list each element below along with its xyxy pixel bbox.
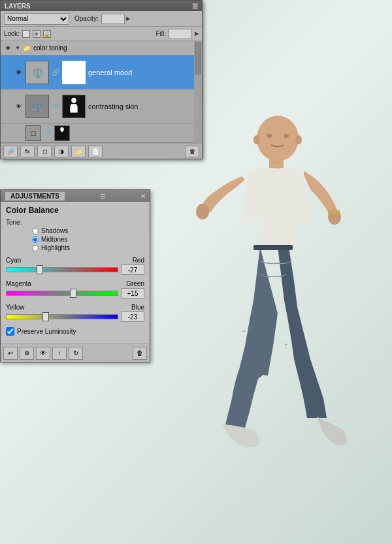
adj-eye-button[interactable]: 👁 <box>36 347 50 360</box>
layer3-mask-thumb <box>54 125 70 141</box>
green-label: Green <box>126 280 144 287</box>
adj-clip-button[interactable]: ↑ <box>52 347 67 360</box>
layer-item-partial[interactable]: 👁 □ 🔗 <box>1 123 202 143</box>
svg-point-10 <box>253 135 260 144</box>
red-label: Red <box>133 257 144 264</box>
link-layers-button[interactable]: 🔗 <box>3 146 18 157</box>
lock-pixel-icon[interactable]: ⬜ <box>22 30 30 38</box>
cyan-red-thumb[interactable] <box>37 265 43 274</box>
svg-rect-4 <box>253 245 293 250</box>
layers-title: LAYERS <box>5 3 31 10</box>
layer-item-contrasting-skin[interactable]: 👁 ⚖️ 🔗 contrasting skin <box>1 89 202 123</box>
lock-move-icon[interactable]: ✛ <box>33 30 41 38</box>
lock-label: Lock: <box>4 30 20 37</box>
layers-panel: LAYERS ☰ Normal Opacity: 100% ▶ Lock: ⬜ … <box>0 0 203 159</box>
fill-arrow[interactable]: ▶ <box>195 31 199 37</box>
fill-label: Fill: <box>155 30 166 37</box>
preserve-row: Preserve Luminosity <box>6 327 144 336</box>
layer-item-general-mood[interactable]: 👁 ⚖️ 🔗 general mood <box>1 56 202 89</box>
adj-delete-button[interactable]: 🗑 <box>133 347 147 360</box>
cyan-red-slider-row: Cyan Red -27 <box>6 257 144 275</box>
opacity-label: Opacity: <box>74 15 99 22</box>
expand-triangle-icon[interactable]: ▼ <box>15 45 20 51</box>
scrollbar-thumb[interactable] <box>195 42 201 74</box>
new-layer-button[interactable]: 📄 <box>88 146 103 157</box>
lock-all-icon[interactable]: 🔒 <box>43 30 51 38</box>
yellow-blue-value[interactable]: -23 <box>121 312 144 322</box>
adj-reset-button[interactable]: ↩ <box>3 347 18 360</box>
eye-icon-layer1[interactable]: 👁 <box>14 68 23 77</box>
yellow-blue-track[interactable] <box>6 314 118 319</box>
radio-highlights-label: Highlights <box>41 244 70 251</box>
preserve-luminosity-label: Preserve Luminosity <box>17 328 76 335</box>
adj-content: Color Balance Tone: Shadows Midtones Hig… <box>1 202 150 344</box>
adj-bottom-toolbar: ↩ ⊕ 👁 ↑ ↻ 🗑 <box>1 344 150 362</box>
svg-rect-5 <box>328 210 340 214</box>
eye-icon-layer2[interactable]: 👁 <box>14 102 23 111</box>
layers-scrollbar[interactable] <box>194 41 202 143</box>
svg-text:✦: ✦ <box>284 342 288 347</box>
layer1-mask-thumb <box>62 61 86 84</box>
layers-menu-icon[interactable]: ☰ <box>192 3 198 10</box>
group-name: color toning <box>33 44 67 52</box>
eye-icon-group[interactable]: 👁 <box>3 44 12 53</box>
yellow-blue-labels: Yellow Blue <box>6 304 144 311</box>
fill-input[interactable]: 100% <box>169 29 192 39</box>
blend-mode-select[interactable]: Normal <box>4 13 69 25</box>
layer2-name: contrasting skin <box>88 103 138 110</box>
add-mask-button[interactable]: ◻ <box>37 146 52 157</box>
radio-midtones[interactable]: Midtones <box>32 236 144 243</box>
radio-midtones-input[interactable] <box>32 236 39 243</box>
adj-tab[interactable]: ADJUSTMENTS <box>5 191 65 200</box>
yellow-blue-slider-row: Yellow Blue -23 <box>6 304 144 322</box>
layers-list: 👁 ▼ 📁 color toning 👁 ⚖️ 🔗 general mood 👁… <box>1 41 202 143</box>
cyan-red-value[interactable]: -27 <box>121 264 144 275</box>
magenta-green-thumb[interactable] <box>70 289 76 298</box>
layer2-adj-icon: ⚖️ <box>25 95 49 118</box>
blue-label: Blue <box>131 304 144 311</box>
magenta-green-labels: Magenta Green <box>6 280 144 287</box>
svg-point-11 <box>295 135 302 144</box>
radio-highlights[interactable]: Highlights <box>32 244 144 251</box>
opacity-arrow[interactable]: ▶ <box>126 16 130 22</box>
magenta-green-track[interactable] <box>6 291 118 296</box>
svg-point-8 <box>267 134 272 138</box>
group-button[interactable]: 📁 <box>71 146 86 157</box>
yellow-blue-container: -23 <box>6 312 144 322</box>
layer1-adj-icon: ⚖️ <box>25 61 49 84</box>
cyan-red-track[interactable] <box>6 267 118 272</box>
adj-refresh-button[interactable]: ↻ <box>69 347 83 360</box>
magenta-green-value[interactable]: +15 <box>121 288 144 298</box>
cyan-label: Cyan <box>6 257 21 264</box>
preserve-luminosity-checkbox[interactable] <box>6 327 14 336</box>
lock-fill-row: Lock: ⬜ ✛ 🔒 Fill: 100% ▶ <box>1 27 202 41</box>
magenta-green-slider-row: Magenta Green +15 <box>6 280 144 298</box>
tone-radio-group: Shadows Midtones Highlights <box>6 227 144 251</box>
layer3-adj-icon: □ <box>25 125 41 141</box>
radio-shadows-input[interactable] <box>32 228 39 234</box>
yellow-blue-thumb[interactable] <box>42 312 49 321</box>
tone-label: Tone: <box>6 219 27 226</box>
adj-title-bar: ADJUSTMENTS ☰ ✕ <box>1 190 150 202</box>
chain-icon-layer2: 🔗 <box>52 103 59 110</box>
adj-target-button[interactable]: ⊕ <box>20 347 34 360</box>
delete-layer-button[interactable]: 🗑 <box>185 146 199 157</box>
magenta-label: Magenta <box>6 280 31 287</box>
layer-group-color-toning[interactable]: 👁 ▼ 📁 color toning <box>1 41 202 56</box>
magenta-green-container: +15 <box>6 288 144 298</box>
layers-bottom-toolbar: 🔗 fx ◻ ◑ 📁 📄 🗑 <box>1 143 202 159</box>
adj-section-title: Color Balance <box>6 206 144 215</box>
radio-highlights-input[interactable] <box>32 245 39 251</box>
layers-title-bar: LAYERS ☰ <box>1 1 202 11</box>
svg-point-9 <box>284 134 289 138</box>
radio-shadows[interactable]: Shadows <box>32 227 144 234</box>
chain-icon-layer1: 🔗 <box>52 69 59 76</box>
adjustment-button[interactable]: ◑ <box>54 146 69 157</box>
opacity-input[interactable]: 100% <box>101 14 125 24</box>
yellow-label: Yellow <box>6 304 25 311</box>
blend-opacity-row: Normal Opacity: 100% ▶ <box>1 11 202 27</box>
cyan-red-labels: Cyan Red <box>6 257 144 264</box>
adj-menu-icon[interactable]: ☰ <box>100 193 106 200</box>
adj-close-icon[interactable]: ✕ <box>140 193 146 200</box>
fx-button[interactable]: fx <box>20 146 35 157</box>
